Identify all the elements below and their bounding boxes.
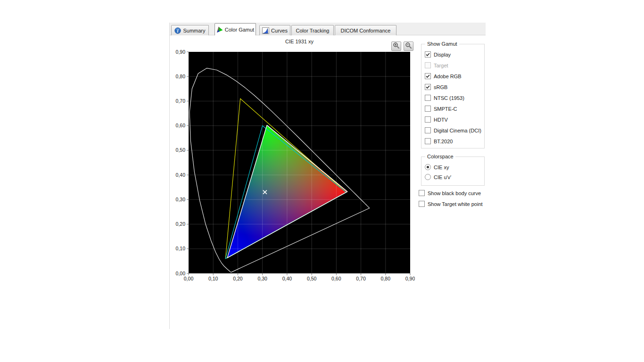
y-tick-label: 0,10	[176, 246, 186, 251]
show-gamut-group: Show Gamut DisplayTargetAdobe RGBsRGBNTS…	[421, 44, 485, 148]
option-label: Show Target white point	[428, 201, 483, 207]
tab-curves[interactable]: Curves	[259, 25, 290, 35]
option-label: Show black body curve	[428, 190, 481, 196]
curves-icon	[262, 27, 269, 34]
checkbox-srgb[interactable]	[425, 84, 431, 90]
option-adobe-rgb[interactable]: Adobe RGB	[425, 71, 481, 82]
y-tick-label: 0,30	[176, 197, 186, 202]
option-label: CIE xy	[434, 165, 449, 170]
x-tick-label: 0,30	[257, 276, 267, 281]
option-show-black-body-curve[interactable]: Show black body curve	[419, 188, 483, 198]
x-tick-label: 0,50	[307, 276, 317, 281]
option-ntsc-1953[interactable]: NTSC (1953)	[425, 92, 481, 103]
y-tick-label: 0,90	[176, 49, 186, 55]
x-tick-label: 0,10	[208, 276, 218, 281]
chromaticity-chart: 0,000,000,100,100,200,200,300,300,400,40…	[172, 47, 415, 285]
chart-title: CIE 1931 xy	[189, 39, 410, 44]
x-tick-label: 0,20	[233, 276, 243, 281]
x-tick-label: 0,80	[381, 276, 391, 281]
checkbox-display[interactable]	[425, 51, 431, 58]
tab-label: Color Gamut	[225, 27, 254, 33]
y-tick-label: 0,00	[176, 271, 186, 276]
option-target[interactable]: Target	[425, 60, 481, 71]
tab-summary[interactable]: iSummary	[171, 25, 209, 35]
option-cie-u-v[interactable]: CIE u'v'	[425, 172, 451, 182]
option-digital-cinema-dci[interactable]: Digital Cinema (DCI)	[425, 125, 481, 136]
tab-dicom-conformance[interactable]: DICOM Conformance	[335, 25, 396, 35]
checkbox-smpte-c[interactable]	[425, 106, 431, 112]
tab-color-gamut[interactable]: Color Gamut	[215, 23, 256, 35]
option-label: NTSC (1953)	[434, 95, 464, 101]
y-tick-label: 0,80	[176, 74, 186, 79]
x-tick-label: 0,90	[405, 276, 415, 281]
y-tick-label: 0,60	[176, 123, 186, 128]
option-label: Target	[434, 63, 448, 68]
colorspace-group: Colorspace CIE xyCIE u'v'	[421, 156, 485, 186]
y-tick-label: 0,20	[176, 221, 186, 227]
gamut-triangle-icon	[216, 26, 223, 33]
colorspace-group-title: Colorspace	[425, 154, 455, 159]
option-label: BT.2020	[434, 139, 453, 144]
option-display[interactable]: Display	[425, 49, 481, 60]
show-gamut-group-title: Show Gamut	[425, 41, 459, 47]
checkbox-adobe-rgb[interactable]	[425, 73, 431, 79]
checkbox-show-black-body-curve[interactable]	[419, 190, 425, 196]
option-srgb[interactable]: sRGB	[425, 82, 481, 92]
y-tick-label: 0,40	[176, 172, 186, 178]
option-bt-2020[interactable]: BT.2020	[425, 136, 481, 147]
option-hdtv[interactable]: HDTV	[425, 114, 481, 125]
checkbox-hdtv[interactable]	[425, 116, 431, 123]
tab-label: Color Tracking	[296, 28, 330, 33]
radio-cie-xy[interactable]	[425, 164, 431, 170]
option-label: HDTV	[434, 117, 448, 123]
tab-color-tracking[interactable]: Color Tracking	[291, 25, 334, 35]
svg-text:i: i	[177, 28, 179, 33]
checkbox-digital-cinema-dci[interactable]	[425, 127, 431, 133]
option-label: Digital Cinema (DCI)	[434, 128, 481, 133]
x-tick-label: 0,70	[356, 276, 366, 281]
option-label: Adobe RGB	[434, 74, 462, 79]
y-tick-label: 0,50	[176, 147, 186, 153]
option-label: SMPTE-C	[434, 106, 457, 112]
x-tick-label: 0,60	[331, 276, 341, 281]
tab-label: Curves	[271, 28, 288, 33]
tab-bar: iSummaryColor GamutCurvesColor TrackingD…	[170, 23, 486, 35]
option-smpte-c[interactable]: SMPTE-C	[425, 103, 481, 114]
checkbox-bt-2020[interactable]	[425, 138, 431, 144]
extra-options: Show black body curveShow Target white p…	[419, 188, 483, 209]
panel-left-border	[169, 23, 170, 329]
option-label: CIE u'v'	[434, 174, 451, 180]
tab-label: Summary	[183, 28, 205, 33]
app-root: iSummaryColor GamutCurvesColor TrackingD…	[0, 0, 644, 362]
radio-cie-u-v[interactable]	[425, 174, 431, 180]
option-show-target-white-point[interactable]: Show Target white point	[419, 198, 483, 209]
x-tick-label: 0,00	[184, 276, 194, 281]
option-label: sRGB	[434, 84, 447, 90]
tab-label: DICOM Conformance	[341, 28, 391, 33]
checkbox-target	[425, 62, 431, 68]
info-icon: i	[174, 27, 181, 34]
checkbox-ntsc-1953[interactable]	[425, 95, 431, 101]
option-label: Display	[434, 52, 451, 58]
option-cie-xy[interactable]: CIE xy	[425, 162, 451, 172]
y-tick-label: 0,70	[176, 98, 186, 104]
x-tick-label: 0,40	[282, 276, 292, 281]
checkbox-show-target-white-point[interactable]	[419, 201, 425, 207]
